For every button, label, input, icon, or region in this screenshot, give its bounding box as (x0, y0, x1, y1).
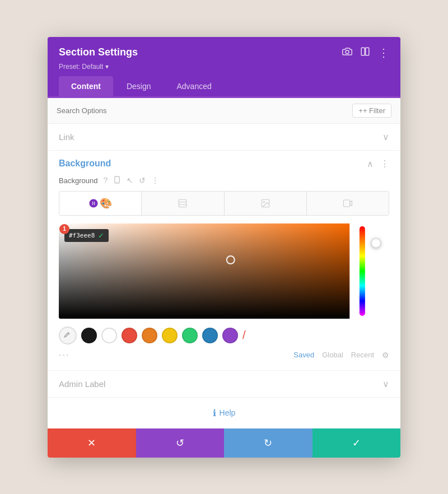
more-vertical-icon[interactable]: ⋮ (378, 46, 389, 59)
swatch-settings-icon[interactable]: ⚙ (382, 351, 389, 360)
svg-point-10 (263, 201, 264, 202)
svg-point-0 (346, 50, 349, 53)
hex-value[interactable]: #f3eee8 (69, 232, 95, 239)
link-label: Link (59, 132, 74, 142)
cancel-icon: ✕ (87, 437, 96, 449)
admin-label-section[interactable]: Admin Label ∨ (48, 371, 400, 398)
svg-rect-6 (179, 199, 187, 207)
confirm-button[interactable]: ✓ (312, 428, 401, 458)
bg-tab-image[interactable] (225, 192, 307, 215)
chevron-up-icon[interactable]: ∧ (367, 159, 374, 169)
confirm-color-icon[interactable]: ✓ (98, 231, 104, 240)
swatch-yellow[interactable] (162, 328, 178, 343)
swatch-white[interactable] (101, 328, 117, 343)
bg-tab-video[interactable] (307, 192, 389, 215)
help-row[interactable]: ℹ Help (48, 398, 400, 428)
plus-icon: + (358, 106, 363, 115)
background-section: Background ∧ ⋮ Background ? ↖ ↺ ⋮ (48, 151, 400, 371)
svg-rect-2 (366, 48, 369, 55)
swatch-tab-recent[interactable]: Recent (351, 351, 374, 359)
bg-controls-row: Background ? ↖ ↺ ⋮ (59, 176, 389, 185)
bg-tab-gradient[interactable] (142, 192, 224, 215)
badge-number: 1 (59, 224, 69, 234)
search-input[interactable] (57, 106, 352, 115)
swatch-tab-global[interactable]: Global (322, 351, 343, 359)
help-circle-icon: ℹ (213, 408, 216, 418)
footer-actions: ✕ ↺ ↻ ✓ (48, 428, 400, 458)
confirm-icon: ✓ (352, 437, 361, 449)
columns-icon[interactable] (360, 46, 370, 59)
svg-line-17 (69, 333, 69, 334)
no-color-icon[interactable]: / (242, 329, 246, 342)
cursor-icon[interactable]: ↖ (127, 176, 133, 185)
swatch-black[interactable] (81, 328, 97, 343)
tab-advanced[interactable]: Advanced (164, 76, 223, 96)
svg-rect-3 (115, 176, 119, 183)
preset-selector[interactable]: Preset: Default ▾ (59, 63, 389, 71)
reset-icon[interactable]: ↺ (139, 176, 146, 185)
background-title: Background (59, 159, 111, 169)
modal-title: Section Settings (59, 46, 138, 58)
filter-button[interactable]: + + Filter (352, 104, 391, 118)
color-picker-area[interactable]: 1 #f3eee8 ✓ (59, 223, 389, 319)
background-section-header: Background ∧ ⋮ (59, 159, 389, 169)
background-label-text: Background (59, 176, 97, 185)
swatch-orange[interactable] (142, 328, 157, 343)
swatch-purple[interactable] (222, 328, 238, 343)
swatch-green[interactable] (182, 328, 198, 343)
undo-button[interactable]: ↺ (136, 428, 225, 458)
swatch-red[interactable] (122, 328, 137, 343)
svg-rect-1 (361, 48, 365, 55)
hex-badge: 1 #f3eee8 ✓ (64, 229, 109, 242)
svg-point-16 (371, 239, 380, 248)
chevron-down-icon: ∨ (382, 132, 389, 142)
svg-rect-15 (360, 226, 365, 316)
undo-icon: ↺ (176, 437, 184, 449)
color-swatches-row: / (59, 327, 389, 344)
modal-tabs: Content Design Advanced (59, 76, 389, 96)
search-row: + + Filter (48, 98, 400, 124)
background-more-icon[interactable]: ⋮ (380, 159, 389, 169)
modal-header: Section Settings ⋮ Preset: Default ▾ Con… (48, 37, 400, 96)
bg-type-tabs: 🎨 (59, 191, 389, 216)
more-options-icon[interactable]: ⋮ (151, 176, 159, 185)
swatch-options-row: ··· Saved Global Recent ⚙ (59, 350, 389, 360)
swatch-tab-group: Saved Global Recent ⚙ (293, 351, 389, 360)
link-section[interactable]: Link ∨ (48, 124, 400, 151)
modal-body: + + Filter Link ∨ Background ∧ ⋮ Backgro… (48, 96, 400, 428)
bg-tab-color[interactable]: 🎨 (59, 192, 142, 215)
camera-icon[interactable] (342, 46, 352, 59)
more-swatches-icon[interactable]: ··· (59, 350, 69, 360)
swatch-tab-saved[interactable]: Saved (293, 351, 314, 359)
tab-content[interactable]: Content (59, 76, 113, 96)
tab-design[interactable]: Design (114, 76, 164, 96)
help-icon[interactable]: ? (103, 176, 108, 185)
admin-label-text: Admin Label (59, 379, 105, 389)
section-settings-modal: Section Settings ⋮ Preset: Default ▾ Con… (48, 37, 400, 458)
eyedropper-button[interactable] (59, 327, 77, 344)
svg-rect-11 (343, 200, 349, 207)
redo-icon: ↻ (264, 437, 272, 449)
cancel-button[interactable]: ✕ (48, 428, 136, 458)
title-row: Section Settings ⋮ (59, 46, 389, 59)
redo-button[interactable]: ↻ (224, 428, 312, 458)
device-icon[interactable] (113, 176, 121, 185)
swatch-blue[interactable] (202, 328, 218, 343)
background-header-icons: ∧ ⋮ (367, 159, 389, 169)
admin-chevron-down-icon: ∨ (382, 379, 389, 389)
help-label: Help (220, 408, 236, 417)
header-icons: ⋮ (342, 46, 389, 59)
